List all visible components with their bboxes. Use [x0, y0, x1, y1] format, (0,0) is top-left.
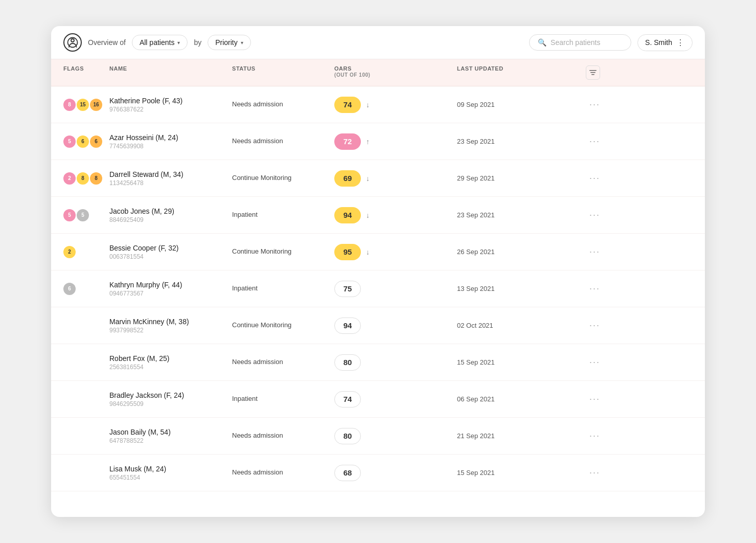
oars-badge: 94 [334, 207, 361, 223]
patient-name: Darrell Steward (M, 34) [109, 170, 232, 178]
oars-badge: 68 [334, 465, 361, 481]
patient-id: 9766387622 [109, 106, 232, 113]
last-updated: 13 Sep 2021 [457, 285, 569, 292]
last-updated: 23 Sep 2021 [457, 211, 569, 219]
overview-label: Overview of [88, 38, 126, 47]
last-updated: 23 Sep 2021 [457, 138, 569, 145]
flag-badge: 6 [90, 135, 102, 148]
oars-badge: 94 [334, 318, 361, 334]
patient-info: Bessie Cooper (F, 32)0063781554 [109, 244, 232, 260]
patient-id: 655451554 [109, 474, 232, 481]
table-row[interactable]: Robert Fox (M, 25)2563816554Needs admiss… [51, 344, 705, 381]
search-icon: 🔍 [538, 38, 546, 47]
table-header: FLAGS NAME STATUS OARS (OUT OF 100) LAST… [51, 59, 705, 86]
row-more-button[interactable]: ··· [569, 467, 600, 478]
last-updated: 02 Oct 2021 [457, 322, 569, 329]
patient-info: Robert Fox (M, 25)2563816554 [109, 354, 232, 371]
patient-name: Azar Hosseini (M, 24) [109, 133, 232, 142]
col-filter [569, 65, 600, 80]
flag-badge: 6 [77, 135, 89, 148]
table-row[interactable]: 566Azar Hosseini (M, 24)7745639908Needs … [51, 123, 705, 160]
patient-info: Darrell Steward (M, 34)1134256478 [109, 170, 232, 187]
table-row[interactable]: Jason Baily (M, 54)6478788522Needs admis… [51, 418, 705, 455]
table-row[interactable]: Lisa Musk (M, 24)655451554Needs admissio… [51, 455, 705, 491]
user-name: S. Smith [645, 38, 672, 47]
priority-dropdown[interactable]: Priority ▾ [208, 35, 251, 50]
flag-badge: 6 [63, 283, 76, 295]
all-patients-label: All patients [140, 38, 174, 47]
patient-status: Needs admission [232, 137, 334, 146]
trend-arrow: ↓ [366, 248, 370, 256]
table-row[interactable]: Marvin McKinney (M, 38)9937998522Continu… [51, 307, 705, 344]
flags-cell: 55 [63, 209, 109, 221]
all-patients-dropdown[interactable]: All patients ▾ [132, 35, 188, 50]
oars-badge: 72 [334, 133, 361, 150]
oars-badge: 80 [334, 428, 361, 444]
oars-cell: 69↓ [334, 170, 457, 187]
last-updated: 15 Sep 2021 [457, 358, 569, 366]
flag-badge: 15 [77, 99, 89, 111]
row-more-button[interactable]: ··· [569, 136, 600, 147]
patient-info: Azar Hosseini (M, 24)7745639908 [109, 133, 232, 150]
last-updated: 15 Sep 2021 [457, 469, 569, 477]
row-more-button[interactable]: ··· [569, 173, 600, 184]
col-flags: FLAGS [63, 65, 109, 80]
col-oars: OARS (OUT OF 100) [334, 65, 457, 80]
oars-cell: 75 [334, 281, 457, 297]
flag-badge: 8 [90, 172, 102, 185]
svg-point-0 [71, 39, 74, 42]
last-updated: 09 Sep 2021 [457, 101, 569, 108]
row-more-button[interactable]: ··· [569, 320, 600, 331]
table-row[interactable]: 55Jacob Jones (M, 29)8846925409Inpatient… [51, 197, 705, 234]
flag-badge: 8 [63, 99, 76, 111]
flag-badge: 2 [63, 246, 76, 258]
row-more-button[interactable]: ··· [569, 394, 600, 404]
flag-badge: 5 [63, 209, 76, 221]
filter-icon[interactable] [586, 65, 600, 80]
oars-badge: 74 [334, 391, 361, 408]
patient-status: Needs admission [232, 357, 334, 367]
flag-badge: 8 [77, 172, 89, 185]
patient-status: Needs admission [232, 468, 334, 477]
oars-badge: 95 [334, 244, 361, 260]
oars-cell: 72↑ [334, 133, 457, 150]
flag-badge: 5 [77, 209, 89, 221]
patient-id: 8846925409 [109, 216, 232, 223]
oars-cell: 80 [334, 354, 457, 371]
trend-arrow: ↑ [366, 138, 370, 146]
oars-cell: 74 [334, 391, 457, 408]
patient-id: 9846295509 [109, 400, 232, 408]
last-updated: 26 Sep 2021 [457, 248, 569, 256]
flags-cell: 2 [63, 246, 109, 258]
flag-badge: 2 [63, 172, 76, 185]
table-row[interactable]: 288Darrell Steward (M, 34)1134256478Cont… [51, 160, 705, 197]
patient-name: Kathryn Murphy (F, 44) [109, 281, 232, 289]
table-row[interactable]: Bradley Jackson (F, 24)9846295509Inpatie… [51, 381, 705, 418]
svg-rect-4 [591, 74, 594, 75]
row-more-button[interactable]: ··· [569, 210, 600, 220]
table-row[interactable]: 81516Katherine Poole (F, 43)9766387622Ne… [51, 86, 705, 123]
patient-status: Continue Monitoring [232, 247, 334, 256]
oars-badge: 80 [334, 354, 361, 371]
row-more-button[interactable]: ··· [569, 99, 600, 110]
row-more-button[interactable]: ··· [569, 431, 600, 441]
table-row[interactable]: 2Bessie Cooper (F, 32)0063781554Continue… [51, 234, 705, 270]
row-more-button[interactable]: ··· [569, 283, 600, 294]
patient-id: 2563816554 [109, 364, 232, 371]
row-more-button[interactable]: ··· [569, 357, 600, 368]
col-status: STATUS [232, 65, 334, 80]
search-box[interactable]: 🔍 Search patients [529, 34, 631, 51]
patient-status: Continue Monitoring [232, 173, 334, 183]
logo-icon [63, 33, 82, 52]
user-badge[interactable]: S. Smith ⋮ [637, 34, 693, 51]
flags-cell: 81516 [63, 99, 109, 111]
oars-badge: 75 [334, 281, 361, 297]
table-body: 81516Katherine Poole (F, 43)9766387622Ne… [51, 86, 705, 491]
more-icon: ⋮ [676, 38, 685, 48]
table-row[interactable]: 6Kathryn Murphy (F, 44)0946773567Inpatie… [51, 270, 705, 307]
patient-info: Kathryn Murphy (F, 44)0946773567 [109, 281, 232, 297]
row-more-button[interactable]: ··· [569, 246, 600, 257]
flag-badge: 5 [63, 135, 76, 148]
patient-id: 0063781554 [109, 253, 232, 260]
patient-status: Needs admission [232, 100, 334, 109]
